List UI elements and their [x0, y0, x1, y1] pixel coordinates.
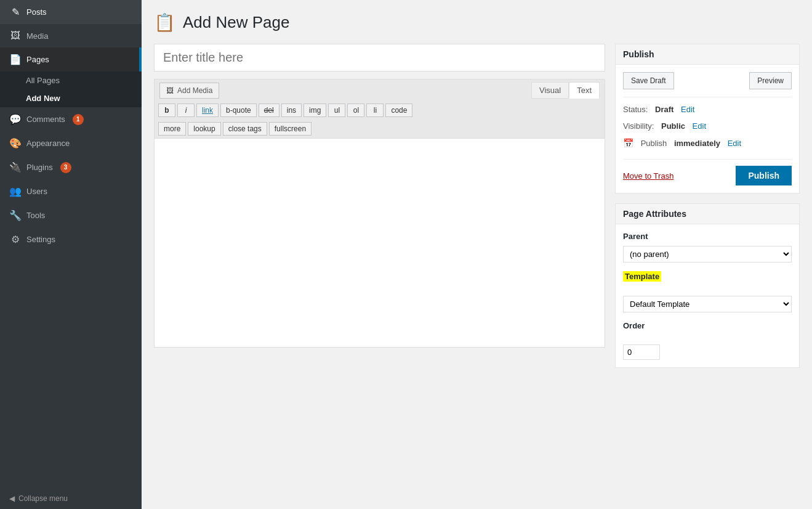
add-media-label: Add Media	[177, 86, 212, 95]
sidebar-item-label: Settings	[26, 235, 55, 244]
publish-box-body: Save Draft Preview Status: Draft Edit Vi…	[616, 65, 799, 193]
toolbar-btn-img[interactable]: img	[303, 104, 326, 117]
publish-box-header: Publish	[616, 44, 799, 65]
visibility-value: Public	[661, 121, 685, 131]
add-media-button[interactable]: 🖼 Add Media	[159, 83, 219, 99]
comments-badge: 1	[73, 114, 84, 125]
editor-toolbar-buttons: b i link b-quote del ins img ul ol li co…	[154, 101, 605, 120]
right-sidebar: Publish Save Draft Preview Status: Draft…	[615, 44, 800, 378]
visibility-label: Visibility:	[623, 121, 654, 131]
sidebar-item-label: Tools	[26, 211, 45, 220]
toolbar-btn-close-tags[interactable]: close tags	[223, 122, 267, 136]
plugins-icon: 🔌	[9, 161, 22, 173]
save-draft-button[interactable]: Save Draft	[623, 72, 674, 89]
order-label: Order	[623, 321, 792, 330]
toolbar-btn-li[interactable]: li	[366, 104, 384, 117]
page-header: 📋 Add New Page	[154, 12, 800, 33]
submenu-all-pages[interactable]: All Pages	[0, 71, 142, 89]
page-attributes-header: Page Attributes	[616, 204, 799, 224]
publish-time-edit-link[interactable]: Edit	[728, 139, 741, 148]
users-icon: 👥	[9, 185, 22, 197]
page-attributes-box: Page Attributes Parent (no parent) Templ…	[615, 203, 800, 368]
collapse-label: Collapse menu	[18, 494, 68, 503]
sidebar-item-tools[interactable]: 🔧 Tools	[0, 203, 142, 227]
publish-actions: Save Draft Preview	[623, 72, 792, 89]
publish-time-label: Publish	[641, 139, 667, 148]
sidebar-item-label: Users	[26, 187, 47, 196]
editor-area: 🖼 Add Media Visual Text b i link b-quote…	[154, 44, 605, 348]
sidebar-item-label: Plugins	[26, 163, 53, 172]
toolbar-btn-bold[interactable]: b	[158, 104, 175, 117]
status-label: Status:	[623, 105, 648, 114]
add-media-icon: 🖼	[166, 86, 174, 95]
content-layout: 🖼 Add Media Visual Text b i link b-quote…	[154, 44, 800, 378]
sidebar-item-plugins[interactable]: 🔌 Plugins 3	[0, 155, 142, 179]
media-icon: 🖼	[9, 30, 22, 41]
sidebar-item-pages[interactable]: 📄 Pages	[0, 47, 142, 71]
status-row: Status: Draft Edit	[623, 101, 792, 118]
pages-submenu: All Pages Add New	[0, 71, 142, 107]
sidebar-item-label: Posts	[26, 7, 47, 17]
publish-footer: Move to Trash Publish	[623, 159, 792, 185]
toolbar-btn-del[interactable]: del	[259, 104, 279, 117]
editor-toolbar-top: 🖼 Add Media Visual Text	[154, 79, 605, 101]
status-edit-link[interactable]: Edit	[681, 105, 694, 114]
toolbar-btn-link[interactable]: link	[196, 104, 219, 117]
tools-icon: 🔧	[9, 210, 22, 221]
submenu-add-new[interactable]: Add New	[0, 89, 142, 107]
toolbar-btn-more[interactable]: more	[158, 122, 186, 136]
sidebar-item-label: Appearance	[26, 139, 70, 148]
page-attributes-body: Parent (no parent) Template Default Temp…	[616, 224, 799, 367]
editor-tabs: Visual Text	[531, 82, 600, 99]
settings-icon: ⚙	[9, 234, 22, 245]
move-to-trash-button[interactable]: Move to Trash	[623, 171, 673, 181]
editor-body[interactable]	[154, 138, 605, 348]
sidebar-item-posts[interactable]: ✎ Posts	[0, 0, 142, 24]
sidebar-item-comments[interactable]: 💬 Comments 1	[0, 107, 142, 131]
template-select[interactable]: Default Template	[623, 296, 792, 312]
sidebar-item-settings[interactable]: ⚙ Settings	[0, 227, 142, 251]
toolbar-btn-fullscreen[interactable]: fullscreen	[269, 122, 312, 136]
preview-button[interactable]: Preview	[749, 72, 792, 89]
visibility-edit-link[interactable]: Edit	[693, 121, 706, 131]
comments-icon: 💬	[9, 113, 22, 125]
toolbar-btn-code[interactable]: code	[385, 104, 412, 117]
sidebar-item-users[interactable]: 👥 Users	[0, 179, 142, 203]
toolbar-btn-ol[interactable]: ol	[347, 104, 364, 117]
sidebar-item-label: Pages	[26, 55, 49, 64]
publish-time-row: 📅 Publish immediately Edit	[623, 134, 792, 152]
tab-visual[interactable]: Visual	[531, 82, 569, 99]
publish-button[interactable]: Publish	[736, 166, 792, 185]
toolbar-btn-italic[interactable]: i	[177, 104, 195, 117]
sidebar-item-appearance[interactable]: 🎨 Appearance	[0, 131, 142, 155]
calendar-icon: 📅	[623, 138, 633, 148]
publish-time-value: immediately	[674, 139, 720, 148]
sidebar-item-label: Comments	[26, 115, 65, 124]
toolbar-btn-ins[interactable]: ins	[281, 104, 302, 117]
appearance-icon: 🎨	[9, 137, 22, 149]
parent-select[interactable]: (no parent)	[623, 246, 792, 263]
order-input[interactable]	[623, 344, 660, 360]
template-label: Template	[623, 271, 661, 282]
main-content: 📋 Add New Page 🖼 Add Media Visual Text b…	[142, 0, 812, 509]
visibility-row: Visibility: Public Edit	[623, 118, 792, 134]
page-header-icon: 📋	[154, 12, 175, 33]
parent-label: Parent	[623, 232, 792, 241]
pages-icon: 📄	[9, 54, 22, 65]
tab-text[interactable]: Text	[569, 82, 600, 99]
sidebar: ✎ Posts 🖼 Media 📄 Pages All Pages Add Ne…	[0, 0, 142, 509]
page-title: Add New Page	[183, 13, 289, 32]
toolbar-btn-bquote[interactable]: b-quote	[220, 104, 257, 117]
status-value: Draft	[655, 105, 673, 114]
sidebar-item-label: Media	[26, 31, 48, 41]
collapse-icon: ◀	[9, 494, 15, 503]
sidebar-item-media[interactable]: 🖼 Media	[0, 24, 142, 47]
toolbar-btn-lookup[interactable]: lookup	[188, 122, 220, 136]
title-input[interactable]	[154, 44, 605, 71]
editor-toolbar-buttons-row2: more lookup close tags fullscreen	[154, 120, 605, 138]
collapse-menu[interactable]: ◀ Collapse menu	[0, 488, 142, 509]
toolbar-btn-ul[interactable]: ul	[328, 104, 345, 117]
publish-box: Publish Save Draft Preview Status: Draft…	[615, 44, 800, 193]
posts-icon: ✎	[9, 6, 22, 18]
plugins-badge: 3	[60, 162, 71, 173]
